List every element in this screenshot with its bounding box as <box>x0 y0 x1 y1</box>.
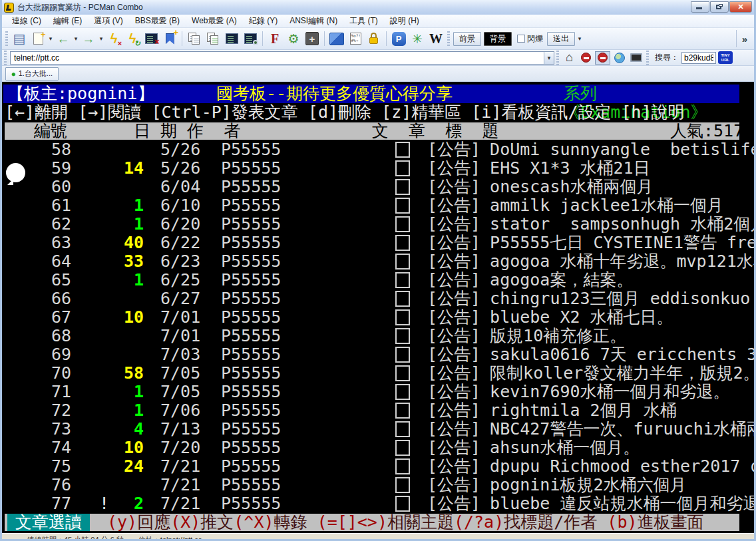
article-row[interactable]: 61 1 6/10 P55555 [公告] ammilk jacklee1水桶一… <box>2 196 754 215</box>
article-author[interactable]: P55555 <box>202 196 303 215</box>
search-input[interactable] <box>681 52 716 64</box>
article-author[interactable]: P55555 <box>202 420 303 439</box>
article-title[interactable]: kevin7690水桶一個月和劣退。 <box>490 383 729 401</box>
article-author[interactable]: P55555 <box>202 494 303 513</box>
article-title[interactable]: onescash水桶兩個月 <box>490 178 653 196</box>
article-row[interactable]: 73 4 7/13 P55555 [公告] NBC427警告一次、furuuch… <box>2 420 754 439</box>
url-input[interactable] <box>10 51 554 65</box>
paste-button[interactable] <box>223 30 240 47</box>
ansi-editor-button[interactable]: 5o?! #%→ <box>347 30 364 47</box>
article-title[interactable]: 版規10補充修正。 <box>490 327 626 345</box>
wikipedia-button[interactable]: W <box>427 30 445 47</box>
article-title[interactable]: ahsun水桶一個月。 <box>490 439 640 457</box>
article-author[interactable]: P55555 <box>202 159 303 178</box>
article-title[interactable]: NBC427警告一次、furuuchi水桶兩個月 <box>490 420 754 439</box>
article-title[interactable]: agogoa案，結案。 <box>490 271 633 289</box>
find-in-terminal-button[interactable] <box>242 30 259 47</box>
minimize-button[interactable] <box>691 1 709 13</box>
close-connection-button[interactable]: × <box>142 30 160 47</box>
forward-dropdown-icon[interactable]: ▾ <box>98 35 104 42</box>
article-row[interactable]: 67 10 7/01 P55555 [公告] bluebe X2 水桶七日。 <box>2 308 754 327</box>
article-author[interactable]: P55555 <box>202 476 303 494</box>
menu-item[interactable]: BBS最愛 (B) <box>129 14 186 28</box>
article-row[interactable]: 69 7/03 P55555 [公告] sakula0616 7天 ericch… <box>2 345 754 364</box>
tab-connection-1[interactable]: ● 1.台大批... <box>5 67 59 81</box>
article-title[interactable]: 限制koller發文權力半年，版規2。 <box>490 364 754 383</box>
article-author[interactable]: P55555 <box>202 140 303 159</box>
article-title[interactable]: dpupu Richmood esther2017 quanlin一個月 <box>490 457 754 476</box>
article-row[interactable]: 63 40 6/22 P55555 [公告] P55555七日 CYSTEINE… <box>2 234 754 252</box>
browser-window-button[interactable] <box>328 30 345 47</box>
article-author[interactable]: P55555 <box>202 401 303 420</box>
article-row[interactable]: 70 58 7/05 P55555 [公告] 限制koller發文權力半年，版規… <box>2 364 754 383</box>
article-author[interactable]: P55555 <box>202 234 303 252</box>
menu-item[interactable]: 選項 (V) <box>88 14 128 28</box>
addressbar-gripper[interactable] <box>646 51 649 65</box>
article-row[interactable]: 77 ! 2 7/21 P55555 [公告] bluebe 違反站規水桶一個月… <box>2 494 754 513</box>
article-author[interactable]: P55555 <box>202 178 303 196</box>
article-title[interactable]: EHS X1*3 水桶21日 <box>490 159 650 178</box>
article-title[interactable]: DoUmi sunnyangle betislife一個月 rya… <box>490 140 754 159</box>
article-row[interactable]: 75 24 7/21 P55555 [公告] dpupu Richmood es… <box>2 457 754 476</box>
article-row[interactable]: 62 1 6/20 P55555 [公告] stator sampsonhugh… <box>2 215 754 234</box>
article-author[interactable]: P55555 <box>202 327 303 345</box>
tinyurl-button[interactable]: TINYURL <box>718 51 733 64</box>
send-button[interactable]: 送出 <box>547 32 575 46</box>
article-row[interactable]: 74 10 7/20 P55555 [公告] ahsun水桶一個月。 <box>2 439 754 457</box>
article-row[interactable]: 66 6/27 P55555 [公告] chingru123三個月 eddiso… <box>2 289 754 308</box>
article-title[interactable]: agogoa 水桶十年劣退。mvp121水桶兩個月。 <box>490 252 754 271</box>
article-author[interactable]: P55555 <box>202 439 303 457</box>
menu-item[interactable]: 說明 (H) <box>384 14 425 28</box>
article-title[interactable]: ammilk jacklee1水桶一個月 <box>490 196 723 215</box>
settings-gear-button[interactable]: ⚙ <box>285 30 302 47</box>
menu-item[interactable]: 紀錄 (Y) <box>243 14 284 28</box>
toolbar-gripper[interactable] <box>5 31 8 46</box>
menu-item[interactable]: 編輯 (E) <box>47 14 88 28</box>
home-button[interactable]: ⌂ <box>562 51 577 65</box>
url-dropdown-icon[interactable]: ▾ <box>544 52 554 64</box>
background-color-button[interactable]: 背景 <box>484 32 512 46</box>
article-author[interactable]: P55555 <box>202 457 303 476</box>
article-title[interactable]: sakula0616 7天 ericchents 30天 allenh… <box>490 345 754 364</box>
article-row[interactable]: 58 5/26 P55555 [公告] DoUmi sunnyangle bet… <box>2 140 754 159</box>
toolbar-overflow-chevron[interactable]: » <box>736 30 753 47</box>
new-connection-button[interactable]: + <box>29 30 47 47</box>
article-title[interactable]: pognini板規2水桶六個月 <box>490 476 686 494</box>
forward-button[interactable]: → <box>80 30 97 47</box>
article-author[interactable]: P55555 <box>202 364 303 383</box>
article-row[interactable]: 60 6/04 P55555 [公告] onescash水桶兩個月 <box>2 178 754 196</box>
disconnect-button[interactable]: ϟ× <box>105 30 122 47</box>
copy-button[interactable] <box>186 30 203 47</box>
menu-item[interactable]: 連線 (C) <box>6 14 47 28</box>
reconnect-button[interactable]: ϟ↻ <box>124 30 141 47</box>
blink-checkbox[interactable] <box>517 35 525 43</box>
article-title[interactable]: P55555七日 CYSTEINE1警告 freedomwing5… <box>490 234 754 252</box>
article-row[interactable]: 59 14 5/26 P55555 [公告] EHS X1*3 水桶21日 <box>2 159 754 178</box>
article-author[interactable]: P55555 <box>202 345 303 364</box>
terminal-view-button[interactable] <box>628 51 644 65</box>
article-row[interactable]: 64 33 6/23 P55555 [公告] agogoa 水桶十年劣退。mvp… <box>2 252 754 271</box>
article-row[interactable]: 76 7/21 P55555 [公告] pognini板規2水桶六個月 <box>2 476 754 494</box>
block-popup-button[interactable] <box>595 51 610 65</box>
article-author[interactable]: P55555 <box>202 383 303 401</box>
unlock-icon[interactable] <box>365 30 383 47</box>
addressbar-gripper[interactable] <box>4 51 7 65</box>
article-row[interactable]: 72 1 7/06 P55555 [公告] rightmila 2個月 水桶 <box>2 401 754 420</box>
article-title[interactable]: bluebe X2 水桶七日。 <box>490 308 673 327</box>
toolbar-gripper[interactable] <box>447 31 450 46</box>
article-row[interactable]: 68 7/01 P55555 [公告] 版規10補充修正。 <box>2 327 754 345</box>
title-bar[interactable]: 台大批踢踢實業坊 - PCMan Combo ✕ <box>0 0 756 15</box>
add-bookmark-button[interactable]: + <box>161 30 178 47</box>
article-author[interactable]: P55555 <box>202 252 303 271</box>
article-author[interactable]: P55555 <box>202 215 303 234</box>
menu-item[interactable]: 工具 (T) <box>343 14 384 28</box>
back-button[interactable]: ← <box>55 30 72 47</box>
services-flower-button[interactable]: ✳ <box>409 30 426 47</box>
send-dropdown-icon[interactable]: ▾ <box>576 35 583 42</box>
article-author[interactable]: P55555 <box>202 308 303 327</box>
fit-window-button[interactable]: + <box>303 30 321 47</box>
menu-item[interactable]: ANSI編輯 (N) <box>284 14 343 28</box>
close-button[interactable]: ✕ <box>729 1 752 13</box>
font-button[interactable]: F <box>266 30 284 47</box>
block-ads-button[interactable] <box>578 51 594 65</box>
